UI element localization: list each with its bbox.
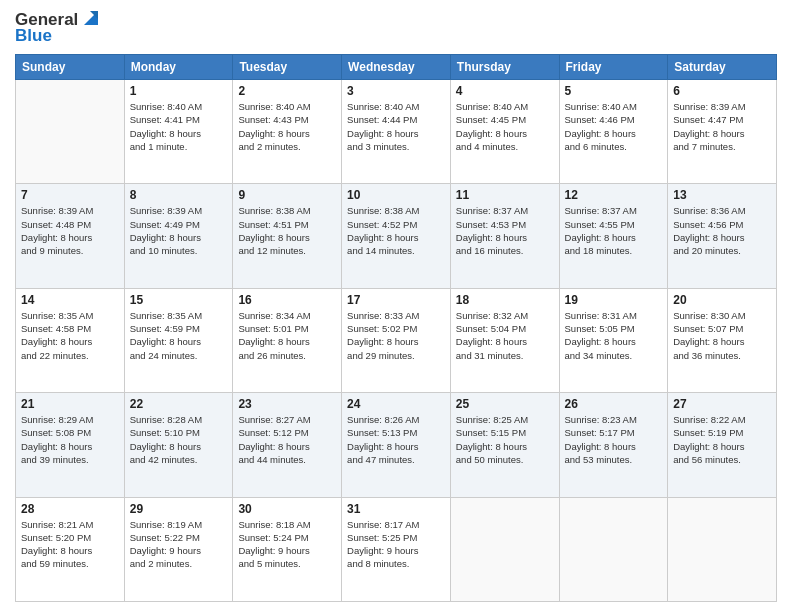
- day-info: Sunrise: 8:40 AMSunset: 4:43 PMDaylight:…: [238, 100, 336, 153]
- day-info: Sunrise: 8:38 AMSunset: 4:52 PMDaylight:…: [347, 204, 445, 257]
- day-info: Sunrise: 8:39 AMSunset: 4:49 PMDaylight:…: [130, 204, 228, 257]
- day-number: 19: [565, 293, 663, 307]
- day-cell: 5Sunrise: 8:40 AMSunset: 4:46 PMDaylight…: [559, 80, 668, 184]
- week-row-2: 7Sunrise: 8:39 AMSunset: 4:48 PMDaylight…: [16, 184, 777, 288]
- day-info: Sunrise: 8:18 AMSunset: 5:24 PMDaylight:…: [238, 518, 336, 571]
- week-row-4: 21Sunrise: 8:29 AMSunset: 5:08 PMDayligh…: [16, 393, 777, 497]
- day-cell: [16, 80, 125, 184]
- day-number: 20: [673, 293, 771, 307]
- day-info: Sunrise: 8:39 AMSunset: 4:47 PMDaylight:…: [673, 100, 771, 153]
- day-cell: 16Sunrise: 8:34 AMSunset: 5:01 PMDayligh…: [233, 288, 342, 392]
- day-number: 7: [21, 188, 119, 202]
- day-number: 29: [130, 502, 228, 516]
- page: General Blue SundayMondayTuesdayWednesda…: [0, 0, 792, 612]
- day-number: 21: [21, 397, 119, 411]
- day-cell: 24Sunrise: 8:26 AMSunset: 5:13 PMDayligh…: [342, 393, 451, 497]
- day-cell: [668, 497, 777, 601]
- day-cell: 6Sunrise: 8:39 AMSunset: 4:47 PMDaylight…: [668, 80, 777, 184]
- day-cell: 10Sunrise: 8:38 AMSunset: 4:52 PMDayligh…: [342, 184, 451, 288]
- day-cell: 21Sunrise: 8:29 AMSunset: 5:08 PMDayligh…: [16, 393, 125, 497]
- day-info: Sunrise: 8:26 AMSunset: 5:13 PMDaylight:…: [347, 413, 445, 466]
- day-cell: [450, 497, 559, 601]
- day-cell: 2Sunrise: 8:40 AMSunset: 4:43 PMDaylight…: [233, 80, 342, 184]
- day-number: 17: [347, 293, 445, 307]
- weekday-header-sunday: Sunday: [16, 55, 125, 80]
- day-number: 30: [238, 502, 336, 516]
- day-cell: 1Sunrise: 8:40 AMSunset: 4:41 PMDaylight…: [124, 80, 233, 184]
- day-number: 26: [565, 397, 663, 411]
- weekday-header-saturday: Saturday: [668, 55, 777, 80]
- day-cell: 13Sunrise: 8:36 AMSunset: 4:56 PMDayligh…: [668, 184, 777, 288]
- day-info: Sunrise: 8:17 AMSunset: 5:25 PMDaylight:…: [347, 518, 445, 571]
- day-info: Sunrise: 8:30 AMSunset: 5:07 PMDaylight:…: [673, 309, 771, 362]
- day-cell: 7Sunrise: 8:39 AMSunset: 4:48 PMDaylight…: [16, 184, 125, 288]
- day-number: 13: [673, 188, 771, 202]
- day-number: 1: [130, 84, 228, 98]
- day-number: 18: [456, 293, 554, 307]
- day-number: 27: [673, 397, 771, 411]
- day-info: Sunrise: 8:38 AMSunset: 4:51 PMDaylight:…: [238, 204, 336, 257]
- day-info: Sunrise: 8:21 AMSunset: 5:20 PMDaylight:…: [21, 518, 119, 571]
- day-number: 22: [130, 397, 228, 411]
- day-number: 4: [456, 84, 554, 98]
- day-info: Sunrise: 8:40 AMSunset: 4:45 PMDaylight:…: [456, 100, 554, 153]
- day-number: 24: [347, 397, 445, 411]
- day-cell: 15Sunrise: 8:35 AMSunset: 4:59 PMDayligh…: [124, 288, 233, 392]
- calendar-table: SundayMondayTuesdayWednesdayThursdayFrid…: [15, 54, 777, 602]
- day-cell: 12Sunrise: 8:37 AMSunset: 4:55 PMDayligh…: [559, 184, 668, 288]
- logo-container: General Blue: [15, 10, 102, 46]
- day-cell: 25Sunrise: 8:25 AMSunset: 5:15 PMDayligh…: [450, 393, 559, 497]
- day-info: Sunrise: 8:33 AMSunset: 5:02 PMDaylight:…: [347, 309, 445, 362]
- day-number: 6: [673, 84, 771, 98]
- day-info: Sunrise: 8:25 AMSunset: 5:15 PMDaylight:…: [456, 413, 554, 466]
- day-cell: 9Sunrise: 8:38 AMSunset: 4:51 PMDaylight…: [233, 184, 342, 288]
- day-cell: 23Sunrise: 8:27 AMSunset: 5:12 PMDayligh…: [233, 393, 342, 497]
- logo-blue-text: Blue: [15, 26, 52, 46]
- day-cell: 11Sunrise: 8:37 AMSunset: 4:53 PMDayligh…: [450, 184, 559, 288]
- day-cell: 17Sunrise: 8:33 AMSunset: 5:02 PMDayligh…: [342, 288, 451, 392]
- day-cell: 19Sunrise: 8:31 AMSunset: 5:05 PMDayligh…: [559, 288, 668, 392]
- day-info: Sunrise: 8:40 AMSunset: 4:41 PMDaylight:…: [130, 100, 228, 153]
- day-cell: 26Sunrise: 8:23 AMSunset: 5:17 PMDayligh…: [559, 393, 668, 497]
- day-cell: 18Sunrise: 8:32 AMSunset: 5:04 PMDayligh…: [450, 288, 559, 392]
- weekday-header-monday: Monday: [124, 55, 233, 80]
- day-cell: 28Sunrise: 8:21 AMSunset: 5:20 PMDayligh…: [16, 497, 125, 601]
- weekday-header-thursday: Thursday: [450, 55, 559, 80]
- day-info: Sunrise: 8:23 AMSunset: 5:17 PMDaylight:…: [565, 413, 663, 466]
- day-number: 31: [347, 502, 445, 516]
- day-cell: 27Sunrise: 8:22 AMSunset: 5:19 PMDayligh…: [668, 393, 777, 497]
- day-number: 12: [565, 188, 663, 202]
- day-cell: 31Sunrise: 8:17 AMSunset: 5:25 PMDayligh…: [342, 497, 451, 601]
- day-number: 25: [456, 397, 554, 411]
- day-cell: 4Sunrise: 8:40 AMSunset: 4:45 PMDaylight…: [450, 80, 559, 184]
- week-row-3: 14Sunrise: 8:35 AMSunset: 4:58 PMDayligh…: [16, 288, 777, 392]
- day-info: Sunrise: 8:36 AMSunset: 4:56 PMDaylight:…: [673, 204, 771, 257]
- day-number: 11: [456, 188, 554, 202]
- day-number: 14: [21, 293, 119, 307]
- day-cell: 30Sunrise: 8:18 AMSunset: 5:24 PMDayligh…: [233, 497, 342, 601]
- day-info: Sunrise: 8:22 AMSunset: 5:19 PMDaylight:…: [673, 413, 771, 466]
- day-info: Sunrise: 8:29 AMSunset: 5:08 PMDaylight:…: [21, 413, 119, 466]
- weekday-header-tuesday: Tuesday: [233, 55, 342, 80]
- day-number: 9: [238, 188, 336, 202]
- day-info: Sunrise: 8:19 AMSunset: 5:22 PMDaylight:…: [130, 518, 228, 571]
- day-cell: 3Sunrise: 8:40 AMSunset: 4:44 PMDaylight…: [342, 80, 451, 184]
- weekday-header-friday: Friday: [559, 55, 668, 80]
- day-cell: 29Sunrise: 8:19 AMSunset: 5:22 PMDayligh…: [124, 497, 233, 601]
- day-info: Sunrise: 8:34 AMSunset: 5:01 PMDaylight:…: [238, 309, 336, 362]
- day-info: Sunrise: 8:28 AMSunset: 5:10 PMDaylight:…: [130, 413, 228, 466]
- week-row-5: 28Sunrise: 8:21 AMSunset: 5:20 PMDayligh…: [16, 497, 777, 601]
- day-number: 8: [130, 188, 228, 202]
- day-info: Sunrise: 8:40 AMSunset: 4:44 PMDaylight:…: [347, 100, 445, 153]
- header: General Blue: [15, 10, 777, 46]
- day-cell: 14Sunrise: 8:35 AMSunset: 4:58 PMDayligh…: [16, 288, 125, 392]
- day-info: Sunrise: 8:39 AMSunset: 4:48 PMDaylight:…: [21, 204, 119, 257]
- day-cell: 22Sunrise: 8:28 AMSunset: 5:10 PMDayligh…: [124, 393, 233, 497]
- day-number: 15: [130, 293, 228, 307]
- week-row-1: 1Sunrise: 8:40 AMSunset: 4:41 PMDaylight…: [16, 80, 777, 184]
- day-number: 3: [347, 84, 445, 98]
- day-cell: 20Sunrise: 8:30 AMSunset: 5:07 PMDayligh…: [668, 288, 777, 392]
- logo: General Blue: [15, 10, 102, 46]
- day-info: Sunrise: 8:32 AMSunset: 5:04 PMDaylight:…: [456, 309, 554, 362]
- logo-triangle-icon: [80, 7, 102, 29]
